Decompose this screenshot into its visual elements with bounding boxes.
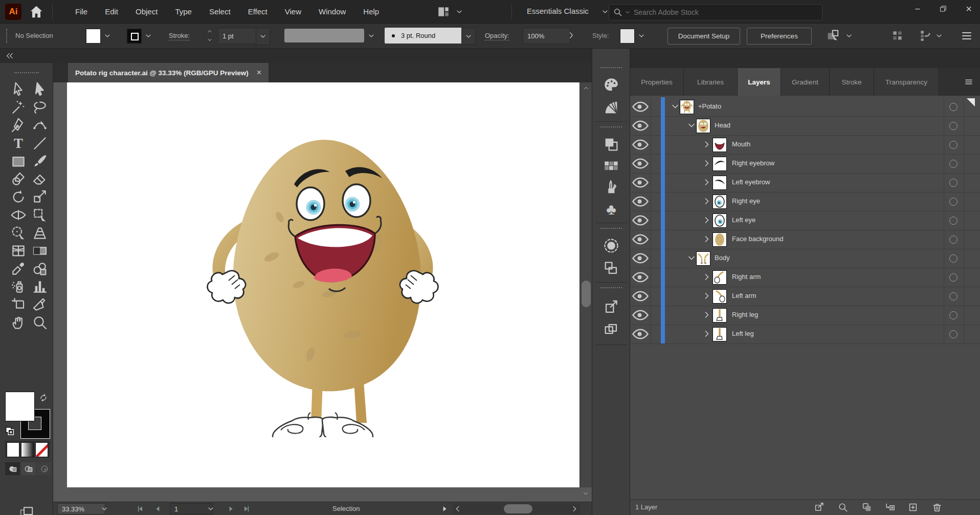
collapse-toolbar-icon[interactable] <box>5 52 14 60</box>
visibility-toggle[interactable] <box>630 249 651 268</box>
visibility-toggle[interactable] <box>630 116 651 135</box>
tab-stroke[interactable]: Stroke <box>830 68 874 96</box>
graphic-style-swatch[interactable] <box>620 29 635 44</box>
dock-grip[interactable] <box>600 228 622 229</box>
tab-transparency[interactable]: Transparency <box>874 68 939 96</box>
column-graph-tool[interactable] <box>32 278 48 295</box>
perspective-grid-tool[interactable] <box>32 225 48 241</box>
rotate-tool[interactable] <box>10 189 27 205</box>
draw-inside-mode[interactable] <box>37 462 52 475</box>
artboard-tool[interactable] <box>10 296 27 313</box>
chevron-right-icon[interactable] <box>702 215 712 225</box>
layer-label[interactable]: Left eye <box>732 216 755 224</box>
fill-color-swatch[interactable] <box>86 29 101 44</box>
lasso-tool[interactable] <box>32 99 48 116</box>
width-tool[interactable] <box>10 207 27 223</box>
layer-row[interactable]: Head <box>630 116 980 136</box>
tab-gradient[interactable]: Gradient <box>781 68 830 96</box>
variable-width-profile[interactable] <box>284 29 364 42</box>
layer-thumbnail[interactable] <box>696 251 710 266</box>
visibility-toggle[interactable] <box>630 306 651 325</box>
swatches-panel-icon[interactable] <box>603 157 620 175</box>
menu-object[interactable]: Object <box>127 0 166 23</box>
layer-target-circle[interactable] <box>949 160 957 168</box>
layer-label[interactable]: Left leg <box>732 330 754 337</box>
chevron-right-icon[interactable] <box>702 177 712 187</box>
layer-row[interactable]: +Potato <box>630 97 980 117</box>
rectangle-tool[interactable] <box>10 153 27 169</box>
draw-normal-mode[interactable] <box>5 462 20 475</box>
chevron-right-icon[interactable] <box>702 234 712 244</box>
layer-target-circle[interactable] <box>949 235 957 244</box>
chevron-right-icon[interactable] <box>702 158 712 168</box>
default-fill-stroke-icon[interactable] <box>4 425 15 437</box>
layer-label[interactable]: Face background <box>732 235 783 243</box>
stock-search-box[interactable] <box>609 4 822 20</box>
type-tool[interactable]: T <box>10 135 27 152</box>
chevron-right-icon[interactable] <box>702 196 712 206</box>
panel-menu-icon[interactable] <box>964 77 974 87</box>
color-button[interactable] <box>7 442 19 457</box>
slice-tool[interactable] <box>32 296 48 313</box>
chevron-down-icon[interactable] <box>601 8 609 16</box>
brushes-panel-icon[interactable] <box>603 179 620 196</box>
layer-label[interactable]: Right leg <box>732 311 758 318</box>
line-segment-tool[interactable] <box>32 135 48 152</box>
stroke-weight-dropdown[interactable] <box>256 28 270 45</box>
menu-effect[interactable]: Effect <box>239 0 276 23</box>
shape-builder-tool[interactable] <box>10 225 27 241</box>
shaper-tool[interactable] <box>10 171 27 187</box>
layer-thumbnail[interactable] <box>712 157 727 171</box>
chevron-down-icon[interactable] <box>367 32 375 40</box>
magic-wand-tool[interactable] <box>10 99 27 116</box>
artboard-dropdown-icon[interactable] <box>207 505 215 513</box>
visibility-toggle[interactable] <box>630 154 651 173</box>
chevron-right-icon[interactable] <box>702 272 712 282</box>
first-artboard-icon[interactable] <box>136 505 144 513</box>
illustrator-logo-icon[interactable]: Ai <box>5 4 21 20</box>
layer-label[interactable]: Left eyebrow <box>732 178 770 186</box>
isolate-selection-icon[interactable] <box>826 29 841 43</box>
status-menu-icon[interactable] <box>441 505 449 513</box>
layer-target-circle[interactable] <box>949 217 957 225</box>
eyedropper-tool[interactable] <box>10 261 27 277</box>
menu-view[interactable]: View <box>276 0 310 23</box>
layer-thumbnail[interactable] <box>712 327 727 341</box>
layer-label[interactable]: Right eyebrow <box>732 159 774 167</box>
artboard[interactable] <box>67 82 580 487</box>
layer-thumbnail[interactable] <box>680 100 694 114</box>
layer-row[interactable]: Right eye <box>630 192 980 211</box>
layer-target-circle[interactable] <box>949 103 957 111</box>
menu-select[interactable]: Select <box>201 0 239 23</box>
layer-thumbnail[interactable] <box>712 232 727 247</box>
arrange-documents-icon[interactable] <box>436 5 451 18</box>
document-setup-button[interactable]: Document Setup <box>667 28 740 45</box>
close-window-button[interactable]: × <box>957 0 980 17</box>
opacity-label[interactable]: Opacity: <box>485 32 509 40</box>
chevron-down-icon[interactable] <box>625 9 631 15</box>
layer-label[interactable]: +Potato <box>698 102 721 110</box>
visibility-toggle[interactable] <box>630 97 651 116</box>
tab-layers[interactable]: Layers <box>738 68 781 96</box>
stroke-weight-label[interactable]: Stroke: <box>169 32 190 40</box>
layer-row[interactable]: Left eye <box>630 211 980 230</box>
brush-dropdown-button[interactable] <box>461 28 476 45</box>
hand-tool[interactable] <box>10 314 27 331</box>
search-input[interactable] <box>633 8 788 17</box>
chevron-down-icon[interactable] <box>845 32 853 40</box>
preferences-button[interactable]: Preferences <box>747 28 812 45</box>
pathfinder-panel-icon[interactable] <box>603 136 620 153</box>
layer-target-circle[interactable] <box>949 141 957 149</box>
chevron-right-icon[interactable] <box>567 31 576 40</box>
close-document-icon[interactable]: × <box>257 68 261 77</box>
gradient-tool[interactable] <box>32 243 48 259</box>
layer-target-circle[interactable] <box>949 254 957 263</box>
pen-tool[interactable] <box>10 117 27 134</box>
free-transform-tool[interactable] <box>32 207 48 223</box>
chevron-down-icon[interactable] <box>455 8 463 16</box>
layer-thumbnail[interactable] <box>712 308 727 323</box>
layer-target-circle[interactable] <box>949 330 957 338</box>
chevron-right-icon[interactable] <box>702 310 712 320</box>
layer-thumbnail[interactable] <box>712 213 727 228</box>
panel-grip[interactable] <box>6 29 8 43</box>
